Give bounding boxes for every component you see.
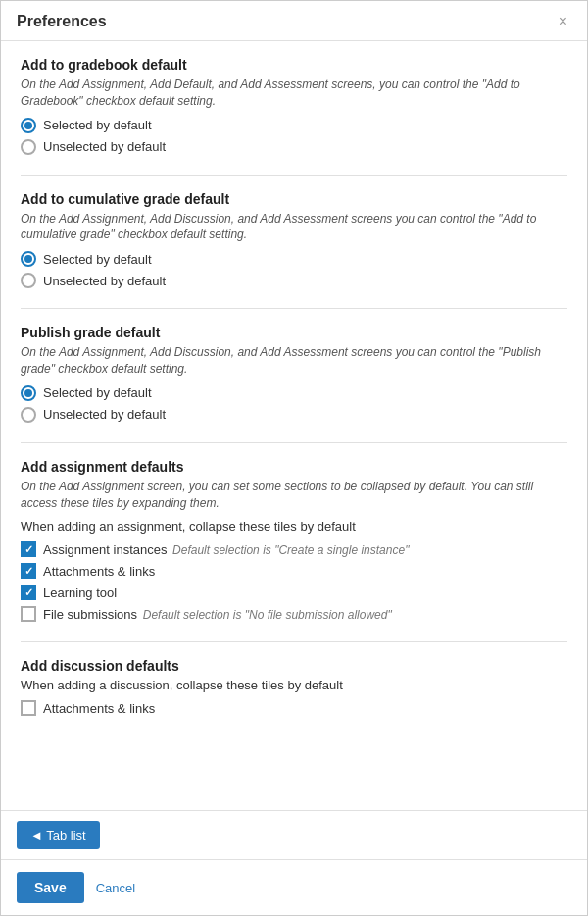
publish-selected-radio[interactable] [21, 385, 36, 401]
publish-section: Publish grade default On the Add Assignm… [21, 325, 567, 423]
footer-actions: Save Cancel [1, 860, 587, 915]
cumulative-section: Add to cumulative grade default On the A… [21, 191, 567, 289]
assignment-item-0[interactable]: Assignment instances Default selection i… [21, 541, 567, 557]
assignment-checkbox-0[interactable] [21, 541, 36, 557]
save-button[interactable]: Save [17, 872, 84, 903]
publish-unselected-label: Unselected by default [43, 407, 166, 422]
gradebook-unselected-option[interactable]: Unselected by default [21, 139, 567, 155]
cumulative-selected-label: Selected by default [43, 252, 152, 267]
tab-list-row: ◄ Tab list [1, 811, 587, 860]
discussion-section: Add discussion defaults When adding a di… [21, 658, 567, 716]
gradebook-selected-label: Selected by default [43, 118, 152, 132]
assignment-desc: On the Add Assignment screen, you can se… [21, 479, 567, 512]
assignment-item-3[interactable]: File submissions Default selection is "N… [21, 606, 567, 622]
discussion-collapse-label: When adding a discussion, collapse these… [21, 678, 567, 692]
discussion-title: Add discussion defaults [21, 658, 567, 674]
assignment-collapse-label: When adding an assignment, collapse thes… [21, 519, 567, 534]
discussion-checkbox-0[interactable] [21, 700, 36, 716]
gradebook-selected-option[interactable]: Selected by default [21, 118, 567, 133]
cumulative-unselected-label: Unselected by default [43, 274, 166, 288]
cumulative-title: Add to cumulative grade default [21, 191, 567, 207]
dialog-footer: ◄ Tab list Save Cancel [1, 810, 587, 915]
cumulative-selected-option[interactable]: Selected by default [21, 251, 567, 267]
assignment-checkbox-1[interactable] [21, 563, 36, 579]
cumulative-unselected-radio[interactable] [21, 273, 36, 288]
assignment-item-label-3: File submissions Default selection is "N… [43, 607, 392, 622]
assignment-item-1[interactable]: Attachments & links [21, 563, 567, 579]
cumulative-unselected-option[interactable]: Unselected by default [21, 273, 567, 288]
assignment-item-label-2: Learning tool [43, 585, 117, 600]
assignment-checkbox-2[interactable] [21, 585, 36, 600]
discussion-item-label-0: Attachments & links [43, 701, 155, 716]
gradebook-title: Add to gradebook default [21, 57, 567, 73]
gradebook-selected-radio[interactable] [21, 118, 36, 133]
discussion-item-0[interactable]: Attachments & links [21, 700, 567, 716]
tab-list-button[interactable]: ◄ Tab list [17, 821, 100, 849]
gradebook-unselected-label: Unselected by default [43, 139, 166, 154]
publish-selected-option[interactable]: Selected by default [21, 385, 567, 401]
publish-unselected-option[interactable]: Unselected by default [21, 407, 567, 423]
dialog-body: Add to gradebook default On the Add Assi… [1, 41, 587, 810]
gradebook-unselected-radio[interactable] [21, 139, 36, 155]
publish-unselected-radio[interactable] [21, 407, 36, 423]
preferences-dialog: Preferences × Add to gradebook default O… [0, 0, 588, 916]
assignment-item-2[interactable]: Learning tool [21, 585, 567, 600]
gradebook-section: Add to gradebook default On the Add Assi… [21, 57, 567, 155]
cancel-link[interactable]: Cancel [96, 881, 135, 895]
assignment-section: Add assignment defaults On the Add Assig… [21, 459, 567, 623]
dialog-header: Preferences × [1, 1, 587, 41]
dialog-title: Preferences [17, 13, 107, 30]
cumulative-selected-radio[interactable] [21, 251, 36, 267]
assignment-item-label-0: Assignment instances Default selection i… [43, 542, 409, 557]
close-button[interactable]: × [555, 14, 571, 29]
cumulative-desc: On the Add Assignment, Add Discussion, a… [21, 211, 567, 244]
assignment-item-label-1: Attachments & links [43, 564, 155, 579]
assignment-title: Add assignment defaults [21, 459, 567, 475]
publish-desc: On the Add Assignment, Add Discussion, a… [21, 344, 567, 378]
publish-title: Publish grade default [21, 325, 567, 340]
gradebook-desc: On the Add Assignment, Add Default, and … [21, 76, 567, 110]
publish-selected-label: Selected by default [43, 385, 152, 400]
assignment-checkbox-3[interactable] [21, 606, 36, 622]
